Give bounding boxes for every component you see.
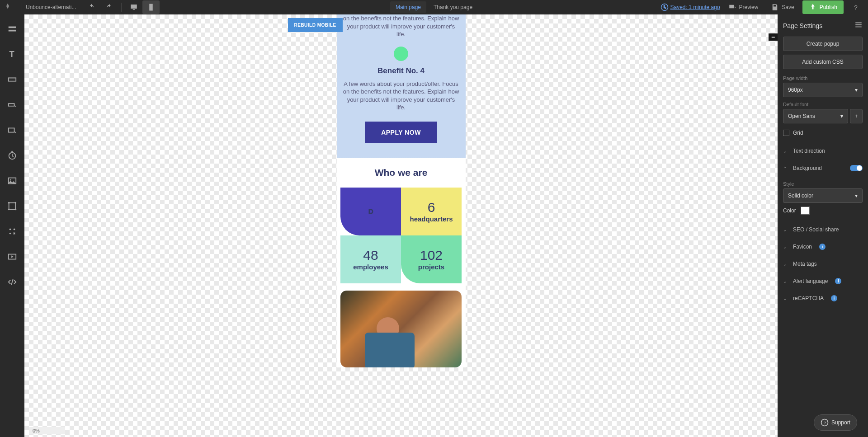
zoom-indicator[interactable]: 0% — [29, 427, 65, 434]
add-font-button[interactable]: + — [850, 109, 863, 123]
add-custom-css-button[interactable]: Add custom CSS — [783, 55, 863, 69]
stats-grid[interactable]: 6 headquarters 48 employees 102 projects — [340, 188, 462, 283]
info-badge-icon: i — [835, 278, 841, 284]
svg-rect-7 — [9, 128, 14, 132]
chevron-down-icon: ▾ — [855, 193, 858, 199]
default-font-select[interactable]: Open Sans ▾ — [783, 109, 848, 123]
collapse-handle[interactable]: − — [769, 33, 778, 41]
svg-point-11 — [10, 179, 11, 181]
alert-language-accordion[interactable]: ⌄ Alert language i — [778, 273, 868, 290]
benefit-4-text[interactable]: A few words about your product/offer. Fo… — [342, 80, 460, 112]
publish-button[interactable]: Publish — [802, 0, 844, 14]
svg-point-15 — [8, 209, 10, 211]
stat-num: 102 — [420, 248, 443, 263]
favicon-accordion[interactable]: ⌄ Favicon i — [778, 238, 868, 255]
saved-status[interactable]: Saved: 1 minute ago — [660, 3, 720, 11]
page-width-label: Page width — [778, 71, 868, 83]
benefit-4-title[interactable]: Benefit No. 4 — [342, 66, 460, 75]
list-toggle-icon[interactable] — [854, 21, 863, 30]
svg-point-19 — [9, 233, 11, 235]
stat-label: projects — [418, 263, 444, 271]
stat-label: headquarters — [410, 215, 453, 223]
chevron-down-icon: ⌄ — [783, 227, 788, 232]
image-tool-icon[interactable] — [5, 174, 19, 188]
support-button[interactable]: ? Support — [814, 414, 857, 431]
svg-point-17 — [9, 229, 11, 230]
preview-button[interactable]: Preview — [724, 0, 763, 14]
page-width-select[interactable]: 960px ▾ — [783, 83, 863, 97]
form-tool-icon[interactable] — [5, 72, 19, 87]
mobile-view-button[interactable] — [142, 0, 160, 14]
grid-label: Grid — [793, 130, 803, 136]
svg-rect-12 — [9, 203, 16, 210]
stat-logo-cell[interactable] — [340, 188, 401, 235]
style-label: Style — [778, 177, 868, 188]
divider — [121, 3, 122, 12]
benefit-text-partial[interactable]: on the benefits not the features. Explai… — [342, 14, 460, 38]
apply-now-button[interactable]: APPLY NOW — [365, 122, 437, 143]
saved-text: Saved: 1 minute ago — [670, 4, 720, 10]
video-tool-icon[interactable] — [5, 249, 19, 264]
rebuild-mobile-button[interactable]: REBUILD MOBILE — [288, 18, 343, 32]
redo-button[interactable] — [100, 0, 118, 14]
background-toggle[interactable] — [850, 165, 863, 171]
grid-checkbox[interactable] — [783, 130, 789, 136]
help-button[interactable]: ? — [847, 0, 864, 14]
svg-point-16 — [15, 209, 17, 211]
svg-point-14 — [15, 202, 17, 204]
desktop-view-button[interactable] — [125, 0, 142, 14]
recaptcha-accordion[interactable]: ⌄ reCAPTCHA i — [778, 290, 868, 307]
svg-text:?: ? — [854, 4, 858, 11]
box-tool-icon[interactable] — [5, 123, 19, 137]
meta-tags-accordion[interactable]: ⌄ Meta tags — [778, 255, 868, 273]
chevron-down-icon: ▾ — [840, 113, 843, 119]
section-tool-icon[interactable] — [5, 22, 19, 36]
project-name[interactable]: Unbounce-alternati... — [26, 4, 76, 10]
background-style-select[interactable]: Solid color ▾ — [783, 188, 863, 203]
chevron-down-icon: ⌄ — [783, 296, 788, 301]
stat-headquarters[interactable]: 6 headquarters — [401, 188, 462, 235]
benefit-icon[interactable] — [394, 47, 408, 61]
svg-point-13 — [8, 202, 10, 204]
tab-main-page[interactable]: Main page — [390, 1, 426, 13]
text-direction-accordion[interactable]: ⌄ Text direction — [778, 142, 868, 160]
chevron-down-icon: ⌄ — [783, 262, 788, 267]
timer-tool-icon[interactable] — [5, 148, 19, 163]
shape-tool-icon[interactable] — [5, 199, 19, 213]
text-tool-icon[interactable]: T — [5, 47, 19, 61]
stat-projects[interactable]: 102 projects — [401, 235, 462, 283]
svg-text:T: T — [9, 49, 14, 59]
who-we-are-heading[interactable]: Who we are — [337, 167, 466, 178]
color-swatch[interactable] — [801, 207, 810, 215]
button-tool-icon[interactable] — [5, 98, 19, 112]
chevron-down-icon: ▾ — [855, 87, 858, 93]
svg-rect-9 — [11, 151, 13, 152]
svg-text:?: ? — [824, 420, 826, 425]
team-photo[interactable] — [340, 291, 462, 367]
stat-num: 6 — [428, 200, 435, 215]
info-badge-icon: i — [831, 295, 837, 301]
chevron-down-icon: ⌄ — [783, 279, 788, 284]
undo-button[interactable] — [83, 0, 100, 14]
divider — [22, 3, 22, 12]
svg-rect-4 — [9, 78, 16, 81]
color-label: Color — [783, 207, 796, 214]
seo-accordion[interactable]: ⌄ SEO / Social share — [778, 221, 868, 238]
icon-tool-icon[interactable] — [5, 224, 19, 239]
mobile-canvas[interactable]: REBUILD MOBILE on the benefits not the f… — [337, 14, 466, 367]
chevron-down-icon: ⌄ — [783, 149, 788, 154]
panel-title: Page Settings — [783, 22, 822, 29]
tab-thank-you[interactable]: Thank you page — [428, 1, 478, 13]
html-tool-icon[interactable] — [5, 275, 19, 289]
stat-label: employees — [353, 263, 388, 271]
app-logo-icon[interactable] — [4, 3, 13, 12]
stat-num: 48 — [363, 248, 378, 263]
svg-rect-2 — [9, 30, 16, 32]
create-popup-button[interactable]: Create popup — [783, 37, 863, 51]
stat-employees[interactable]: 48 employees — [340, 235, 401, 283]
svg-rect-5 — [9, 79, 16, 79]
background-accordion[interactable]: ⌃ Background — [778, 160, 868, 177]
save-button[interactable]: Save — [766, 0, 798, 14]
chevron-up-icon: ⌃ — [783, 166, 788, 171]
svg-rect-1 — [9, 27, 16, 28]
